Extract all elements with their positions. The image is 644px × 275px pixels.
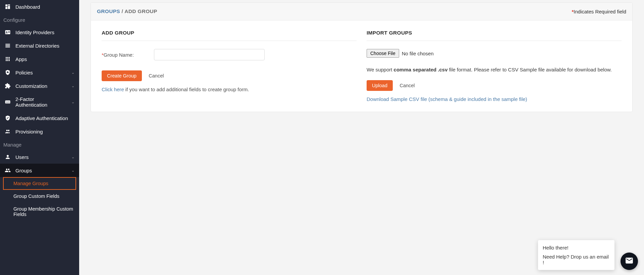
svg-text:123: 123 <box>6 101 10 103</box>
choose-file-button[interactable]: Choose File <box>367 49 399 58</box>
sidebar-label: Policies <box>15 70 33 75</box>
sidebar-item-provisioning[interactable]: Provisioning <box>0 125 79 138</box>
required-field-note: *Indicates Required field <box>572 9 626 14</box>
list-icon <box>5 43 11 49</box>
support-pre: We support <box>367 67 394 72</box>
breadcrumb-sep: / <box>122 8 125 14</box>
file-status-text: No file chosen <box>402 51 434 56</box>
add-group-column: ADD GROUP *Group Name: Create Group Canc… <box>102 30 357 102</box>
group-name-row: *Group Name: <box>102 49 357 60</box>
puzzle-icon <box>5 83 11 89</box>
breadcrumb-groups-link[interactable]: GROUPS <box>97 8 120 14</box>
support-bold: comma separated .csv <box>394 67 448 72</box>
chevron-down-icon: ⌄ <box>71 168 74 173</box>
create-group-button[interactable]: Create Group <box>102 70 142 81</box>
breadcrumb-current: ADD GROUP <box>124 8 157 14</box>
sidebar-item-adaptive-auth[interactable]: Adaptive Authentication <box>0 111 79 125</box>
file-picker-row: Choose File No file chosen <box>367 49 622 58</box>
add-group-card: GROUPS / ADD GROUP *Indicates Required f… <box>91 2 633 112</box>
sidebar-sub-manage-groups[interactable]: Manage Groups <box>3 177 76 190</box>
sidebar-item-dashboard[interactable]: Dashboard <box>0 0 79 13</box>
upload-button[interactable]: Upload <box>367 80 393 91</box>
chevron-down-icon: ⌄ <box>71 70 74 75</box>
sidebar-label: 2-Factor Authentication <box>15 96 67 108</box>
sidebar-label: Identity Providers <box>15 30 54 35</box>
chat-launcher-button[interactable] <box>621 253 638 270</box>
add-fields-hint: Click here if you want to add additional… <box>102 87 357 92</box>
sidebar-item-two-factor[interactable]: 123 2-Factor Authentication ⌄ <box>0 93 79 111</box>
group-icon <box>5 167 11 173</box>
sidebar-label: Adaptive Authentication <box>15 115 68 121</box>
download-sample-csv-link[interactable]: Download Sample CSV file (schema & guide… <box>367 96 527 102</box>
import-groups-column: IMPORT GROUPS Choose File No file chosen… <box>367 30 622 102</box>
add-group-heading: ADD GROUP <box>102 30 357 36</box>
sidebar-item-apps[interactable]: Apps <box>0 52 79 66</box>
sidebar-sub-group-membership-custom[interactable]: Group Membership Custom Fields <box>0 203 79 221</box>
sidebar-item-users[interactable]: Users ⌄ <box>0 150 79 164</box>
chevron-down-icon: ⌄ <box>71 155 74 159</box>
sidebar-label: Dashboard <box>15 4 40 10</box>
dashboard-icon <box>5 4 11 10</box>
main-content: GROUPS / ADD GROUP *Indicates Required f… <box>79 0 644 275</box>
chevron-down-icon: ⌄ <box>71 84 74 88</box>
sidebar-label: Apps <box>15 56 27 62</box>
card-body: ADD GROUP *Group Name: Create Group Canc… <box>91 20 632 112</box>
sidebar-item-external-directories[interactable]: External Directories <box>0 39 79 52</box>
chat-line-2: Need Help? Drop us an email ! <box>543 254 610 265</box>
cancel-button[interactable]: Cancel <box>143 70 169 81</box>
sidebar-section-manage: Manage <box>0 138 79 150</box>
sidebar-item-groups[interactable]: Groups ⌄ <box>0 164 79 177</box>
import-cancel-button[interactable]: Cancel <box>394 80 420 91</box>
group-name-label-text: Group Name: <box>104 52 134 58</box>
sidebar-sub-group-custom-fields[interactable]: Group Custom Fields <box>0 190 79 203</box>
sidebar: Dashboard Configure Identity Providers E… <box>0 0 79 275</box>
support-post: file format. Please refer to CSV Sample … <box>448 67 612 72</box>
hint-rest-text: if you want to add additional fields to … <box>124 87 249 92</box>
mail-icon <box>625 256 634 266</box>
sidebar-label: Provisioning <box>15 129 43 134</box>
id-card-icon <box>5 29 11 35</box>
apps-grid-icon <box>5 56 11 62</box>
divider <box>367 41 622 41</box>
group-name-input[interactable] <box>154 49 265 60</box>
import-groups-heading: IMPORT GROUPS <box>367 30 622 36</box>
shield-check-icon <box>5 115 11 121</box>
sidebar-label: External Directories <box>15 43 59 49</box>
sidebar-item-identity-providers[interactable]: Identity Providers <box>0 25 79 39</box>
chevron-down-icon: ⌄ <box>71 100 74 104</box>
sidebar-section-configure: Configure <box>0 13 79 25</box>
required-note-text: Indicates Required field <box>574 9 626 14</box>
sidebar-label: Groups <box>15 168 32 173</box>
card-header: GROUPS / ADD GROUP *Indicates Required f… <box>91 3 632 20</box>
csv-support-text: We support comma separated .csv file for… <box>367 66 622 73</box>
chat-line-1: Hello there! <box>543 245 610 251</box>
import-actions: Upload Cancel <box>367 80 622 91</box>
sidebar-item-policies[interactable]: Policies ⌄ <box>0 66 79 79</box>
users-sync-icon <box>5 128 11 134</box>
add-group-actions: Create Group Cancel <box>102 70 357 81</box>
numeric-icon: 123 <box>5 99 11 105</box>
sidebar-label: Users <box>15 154 29 160</box>
sidebar-item-customization[interactable]: Customization ⌄ <box>0 79 79 93</box>
click-here-link[interactable]: Click here <box>102 87 124 92</box>
sidebar-label: Customization <box>15 83 47 89</box>
user-icon <box>5 154 11 160</box>
shield-search-icon <box>5 69 11 75</box>
divider <box>102 41 357 41</box>
group-name-label: *Group Name: <box>102 52 134 58</box>
breadcrumb: GROUPS / ADD GROUP <box>97 8 157 14</box>
chat-popup: Hello there! Need Help? Drop us an email… <box>538 240 614 270</box>
